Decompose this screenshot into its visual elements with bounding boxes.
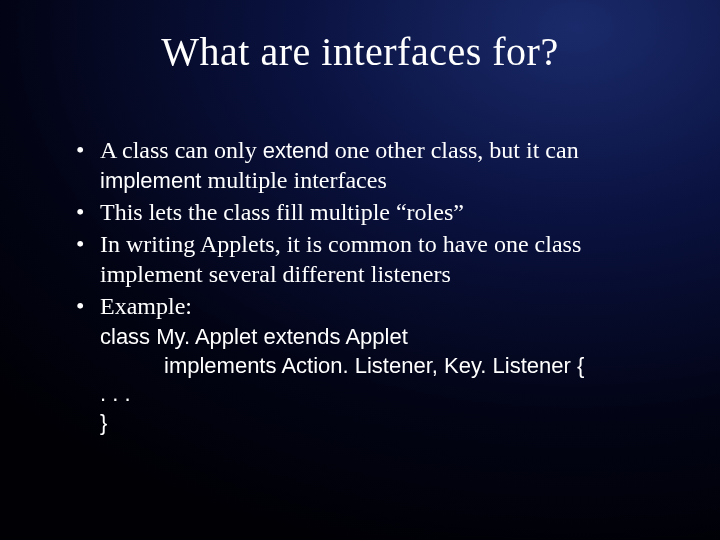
bullet-1-text-b: one other class, but it can: [329, 137, 579, 163]
slide: What are interfaces for? A class can onl…: [0, 0, 720, 540]
code-line-3: . . .: [100, 380, 680, 409]
code-line-4: }: [100, 409, 680, 438]
slide-title: What are interfaces for?: [40, 28, 680, 75]
bullet-list: A class can only extend one other class,…: [40, 135, 680, 321]
keyword-extend: extend: [263, 138, 329, 163]
bullet-2: This lets the class fill multiple “roles…: [76, 197, 660, 227]
code-line-2: implements Action. Listener, Key. Listen…: [100, 352, 680, 381]
code-line-1: class My. Applet extends Applet: [100, 323, 680, 352]
bullet-4: Example:: [76, 291, 660, 321]
bullet-3: In writing Applets, it is common to have…: [76, 229, 660, 289]
bullet-1: A class can only extend one other class,…: [76, 135, 660, 195]
code-example: class My. Applet extends Applet implemen…: [40, 323, 680, 437]
bullet-1-text-c: multiple interfaces: [201, 167, 386, 193]
bullet-1-text-a: A class can only: [100, 137, 263, 163]
keyword-implement: implement: [100, 168, 201, 193]
